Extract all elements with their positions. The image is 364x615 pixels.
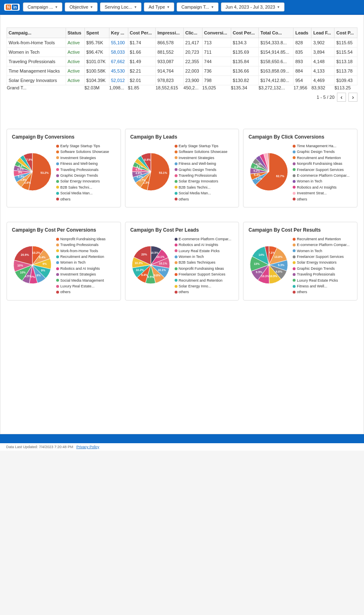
table-row[interactable]: Traveling ProfessionalsActive$101.07K67,… bbox=[7, 57, 357, 66]
legend-dot bbox=[56, 192, 59, 195]
legend-item: others bbox=[293, 196, 350, 202]
legend-label: Women in Tech bbox=[60, 260, 86, 265]
filter-label: Jun 4, 2023 - Jul 3, 2023 bbox=[225, 5, 275, 9]
table-cell: 67,662 bbox=[109, 57, 128, 66]
legend-label: others bbox=[297, 289, 307, 295]
table-cell: 3,902 bbox=[312, 38, 334, 48]
dropdown-arrow-icon: ▼ bbox=[277, 5, 280, 9]
table-cell: Active bbox=[66, 38, 84, 48]
legend-dot bbox=[293, 261, 296, 264]
dropdown-arrow-icon: ▼ bbox=[55, 5, 58, 9]
grand-total-cell: 17,956 bbox=[293, 85, 312, 91]
footer-last-updated: Data Last Updated: 7/4/2023 7:20:48 PM bbox=[6, 445, 73, 449]
legend-item: Freelancer Support Services bbox=[293, 254, 350, 260]
svg-text:7%: 7% bbox=[31, 276, 36, 278]
campaign-type-filter-button[interactable]: Campaign T...▼ bbox=[177, 2, 218, 11]
legend-dot bbox=[293, 174, 296, 177]
col-header: Lead F... bbox=[312, 28, 334, 38]
legend-label: E-commerce Platform Compar... bbox=[179, 236, 232, 242]
legend-dot bbox=[293, 279, 296, 282]
legend-item: Robotics and AI Insights bbox=[175, 242, 232, 248]
legend-label: Investment Strategies bbox=[60, 271, 96, 277]
legend-item: B2B Sales Techni... bbox=[56, 184, 109, 190]
legend-dot bbox=[293, 192, 296, 195]
table-row[interactable]: Time Management HacksActive$100.58K45,53… bbox=[7, 66, 357, 76]
prev-page-button[interactable]: ‹ bbox=[337, 93, 346, 102]
table-cell: $1.66 bbox=[128, 48, 155, 57]
table-footer: Grand T...$2.03M1,098...$1.8518,552,6154… bbox=[7, 85, 357, 91]
legend-dot bbox=[293, 285, 296, 288]
table-row[interactable]: Solar Energy InnovatorsActive$104.39K52,… bbox=[7, 76, 357, 85]
svg-text:13%: 13% bbox=[254, 262, 260, 265]
svg-text:10.2%: 10.2% bbox=[136, 269, 144, 271]
col-header: Total Co... bbox=[259, 28, 293, 38]
legend-item: Graphic Design Trends bbox=[175, 167, 228, 173]
table-header: Campaig...StatusSpentKey ...Cost Per...I… bbox=[7, 28, 357, 38]
objective-filter-button[interactable]: Objective▼ bbox=[65, 2, 98, 11]
table-cell: 21,417 bbox=[184, 38, 202, 48]
filter-label: Campaign T... bbox=[181, 5, 209, 9]
legend-item: Recruitment and Retention bbox=[293, 236, 350, 242]
table-row[interactable]: Women in TechActive$96.47K58,033$1.66881… bbox=[7, 48, 357, 57]
col-header: Status bbox=[66, 28, 84, 38]
legend-item: Investment Strategies bbox=[56, 155, 109, 161]
legend-dot bbox=[56, 249, 59, 252]
table-cell: 4,469 bbox=[312, 76, 334, 85]
table-cell: $104.39K bbox=[84, 76, 109, 85]
legend-dot bbox=[293, 180, 296, 183]
table-cell: $2.21 bbox=[128, 66, 155, 76]
legend-item: Traveling Professionals bbox=[175, 173, 228, 178]
adtype-filter-button[interactable]: Ad Type▼ bbox=[144, 2, 174, 11]
legend-label: Software Solutions Showcase bbox=[179, 149, 228, 155]
legend-item: Recruitment and Retention bbox=[293, 155, 350, 161]
svg-text:7.9%: 7.9% bbox=[26, 158, 33, 161]
next-page-button[interactable]: › bbox=[348, 93, 357, 102]
table-cell: Active bbox=[66, 66, 84, 76]
legend-label: Traveling Professionals bbox=[60, 242, 98, 248]
svg-text:53.2%: 53.2% bbox=[41, 171, 49, 174]
legend-item: Investment Strategies bbox=[56, 271, 106, 277]
table-cell: $134.3 bbox=[231, 38, 258, 48]
table-cell: $101.07K bbox=[84, 57, 109, 66]
table-cell: 828 bbox=[293, 38, 312, 48]
legend-dot bbox=[293, 249, 296, 252]
legend-label: Solar Energy Inno... bbox=[179, 283, 212, 289]
table-row[interactable]: Work-from-Home ToolsActive$95.76K55,100$… bbox=[7, 38, 357, 48]
legend-item: Nonprofit Fundraising Ideas bbox=[175, 266, 232, 271]
table-cell: $136.66 bbox=[231, 66, 258, 76]
legend-label: Fitness and Well... bbox=[297, 283, 327, 289]
filter-label: Objective bbox=[69, 5, 88, 9]
svg-text:10%: 10% bbox=[20, 271, 26, 274]
svg-text:9%: 9% bbox=[41, 269, 46, 272]
legend-item: Luxury Real Estate... bbox=[56, 283, 106, 289]
chart-title: Campaign By Cost Per Conversions bbox=[12, 227, 116, 233]
grand-total-cell: 1,098... bbox=[109, 85, 128, 91]
legend-item: Traveling Professionals bbox=[293, 271, 350, 277]
legend-label: Recruitment and Retention bbox=[179, 278, 223, 283]
privacy-policy-link[interactable]: Privacy Policy bbox=[76, 445, 99, 449]
legend-label: Fitness and Well-being bbox=[60, 161, 98, 166]
legend-item: Early Stage Startup Tips bbox=[175, 143, 228, 149]
grand-total-cell: Grand T... bbox=[7, 85, 66, 91]
main-content: Campaig...StatusSpentKey ...Cost Per...I… bbox=[0, 15, 364, 434]
table-cell: Active bbox=[66, 48, 84, 57]
table-cell: Women in Tech bbox=[7, 48, 66, 57]
table-cell: $158,650.6... bbox=[259, 57, 293, 66]
svg-text:10.2%: 10.2% bbox=[32, 252, 41, 255]
legend-label: Graphic Design Trends bbox=[60, 173, 98, 178]
table-cell: $113.78 bbox=[334, 66, 357, 76]
table-cell: $96.47K bbox=[84, 48, 109, 57]
svg-text:5%: 5% bbox=[18, 171, 23, 174]
table-cell: 798 bbox=[202, 76, 231, 85]
legend-dot bbox=[175, 162, 177, 165]
campaign-filter-button[interactable]: Campaign ...▼ bbox=[23, 2, 62, 11]
legend-item: Investment Strat... bbox=[293, 190, 350, 196]
legend-label: B2B Sales Techni... bbox=[60, 184, 92, 190]
legend-dot bbox=[175, 238, 177, 241]
table-cell: $115.65 bbox=[334, 38, 357, 48]
chart-content: 7.1%13.8%9.3%8.6%10.9%10.3%9.5%13%14%Rec… bbox=[248, 236, 352, 295]
date-filter-button[interactable]: Jun 4, 2023 - Jul 3, 2023▼ bbox=[221, 2, 284, 11]
serving-filter-button[interactable]: Serving Loc...▼ bbox=[100, 2, 141, 11]
col-header: Key ... bbox=[109, 28, 128, 38]
table-cell: Active bbox=[66, 76, 84, 85]
